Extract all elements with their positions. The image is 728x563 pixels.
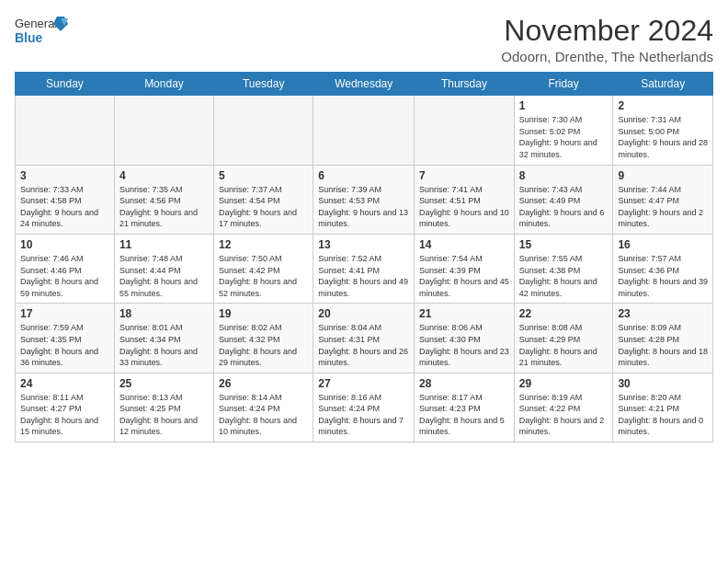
day-number: 21 xyxy=(419,307,509,320)
calendar-cell: 6Sunrise: 7:39 AMSunset: 4:53 PMDaylight… xyxy=(313,165,415,234)
day-number: 30 xyxy=(618,377,708,390)
day-number: 7 xyxy=(419,169,509,182)
calendar-week-1: 1Sunrise: 7:30 AMSunset: 5:02 PMDaylight… xyxy=(16,96,713,165)
calendar-week-5: 24Sunrise: 8:11 AMSunset: 4:27 PMDayligh… xyxy=(16,373,713,442)
day-info: Sunrise: 7:39 AMSunset: 4:53 PMDaylight:… xyxy=(318,184,409,230)
svg-text:Blue: Blue xyxy=(15,30,43,45)
weekday-header-thursday: Thursday xyxy=(415,73,515,96)
day-info: Sunrise: 8:04 AMSunset: 4:31 PMDaylight:… xyxy=(318,322,409,368)
calendar-cell: 19Sunrise: 8:02 AMSunset: 4:32 PMDayligh… xyxy=(214,304,313,373)
calendar-table: SundayMondayTuesdayWednesdayThursdayFrid… xyxy=(15,72,713,442)
calendar-cell: 27Sunrise: 8:16 AMSunset: 4:24 PMDayligh… xyxy=(313,373,415,442)
day-number: 18 xyxy=(119,307,209,320)
calendar-cell: 4Sunrise: 7:35 AMSunset: 4:56 PMDaylight… xyxy=(114,165,213,234)
calendar-cell: 1Sunrise: 7:30 AMSunset: 5:02 PMDaylight… xyxy=(514,96,613,165)
calendar-cell: 23Sunrise: 8:09 AMSunset: 4:28 PMDayligh… xyxy=(613,304,713,373)
calendar-week-3: 10Sunrise: 7:46 AMSunset: 4:46 PMDayligh… xyxy=(16,234,713,303)
day-info: Sunrise: 7:48 AMSunset: 4:44 PMDaylight:… xyxy=(119,253,209,299)
weekday-header-row: SundayMondayTuesdayWednesdayThursdayFrid… xyxy=(16,73,713,96)
calendar-cell: 13Sunrise: 7:52 AMSunset: 4:41 PMDayligh… xyxy=(313,234,415,303)
day-info: Sunrise: 8:16 AMSunset: 4:24 PMDaylight:… xyxy=(318,392,409,438)
calendar-week-2: 3Sunrise: 7:33 AMSunset: 4:58 PMDaylight… xyxy=(16,165,713,234)
calendar-cell xyxy=(214,96,313,165)
day-info: Sunrise: 7:54 AMSunset: 4:39 PMDaylight:… xyxy=(419,253,509,299)
calendar-cell: 2Sunrise: 7:31 AMSunset: 5:00 PMDaylight… xyxy=(613,96,713,165)
calendar-cell: 21Sunrise: 8:06 AMSunset: 4:30 PMDayligh… xyxy=(415,304,515,373)
day-number: 25 xyxy=(119,377,209,390)
weekday-header-tuesday: Tuesday xyxy=(214,73,313,96)
day-number: 4 xyxy=(119,169,209,182)
day-info: Sunrise: 8:20 AMSunset: 4:21 PMDaylight:… xyxy=(618,392,708,438)
day-info: Sunrise: 7:55 AMSunset: 4:38 PMDaylight:… xyxy=(519,253,609,299)
day-info: Sunrise: 8:09 AMSunset: 4:28 PMDaylight:… xyxy=(618,322,708,368)
day-number: 24 xyxy=(20,377,109,390)
day-info: Sunrise: 8:01 AMSunset: 4:34 PMDaylight:… xyxy=(119,322,209,368)
day-number: 28 xyxy=(419,377,509,390)
calendar-header: SundayMondayTuesdayWednesdayThursdayFrid… xyxy=(16,73,713,96)
day-number: 27 xyxy=(318,377,409,390)
calendar-cell: 22Sunrise: 8:08 AMSunset: 4:29 PMDayligh… xyxy=(514,304,613,373)
weekday-header-sunday: Sunday xyxy=(16,73,115,96)
calendar-cell: 9Sunrise: 7:44 AMSunset: 4:47 PMDaylight… xyxy=(613,165,713,234)
calendar-cell: 3Sunrise: 7:33 AMSunset: 4:58 PMDaylight… xyxy=(16,165,115,234)
calendar-cell: 29Sunrise: 8:19 AMSunset: 4:22 PMDayligh… xyxy=(514,373,613,442)
day-number: 3 xyxy=(20,169,109,182)
day-number: 9 xyxy=(618,169,708,182)
day-number: 26 xyxy=(219,377,308,390)
calendar-cell: 14Sunrise: 7:54 AMSunset: 4:39 PMDayligh… xyxy=(415,234,515,303)
calendar-cell: 7Sunrise: 7:41 AMSunset: 4:51 PMDaylight… xyxy=(415,165,515,234)
svg-text:General: General xyxy=(15,17,57,30)
day-number: 22 xyxy=(519,307,609,320)
day-info: Sunrise: 8:11 AMSunset: 4:27 PMDaylight:… xyxy=(20,392,109,438)
day-number: 19 xyxy=(219,307,308,320)
calendar-cell xyxy=(313,96,415,165)
calendar-cell: 20Sunrise: 8:04 AMSunset: 4:31 PMDayligh… xyxy=(313,304,415,373)
weekday-header-friday: Friday xyxy=(514,73,613,96)
day-number: 29 xyxy=(519,377,609,390)
page-container: GeneralBlue November 2024 Odoorn, Drenth… xyxy=(0,0,728,450)
day-info: Sunrise: 7:44 AMSunset: 4:47 PMDaylight:… xyxy=(618,184,708,230)
calendar-cell xyxy=(16,96,115,165)
day-info: Sunrise: 7:35 AMSunset: 4:56 PMDaylight:… xyxy=(119,184,209,230)
day-info: Sunrise: 8:13 AMSunset: 4:25 PMDaylight:… xyxy=(119,392,209,438)
day-info: Sunrise: 8:02 AMSunset: 4:32 PMDaylight:… xyxy=(219,322,308,368)
day-number: 11 xyxy=(119,238,209,251)
day-info: Sunrise: 8:17 AMSunset: 4:23 PMDaylight:… xyxy=(419,392,509,438)
calendar-cell: 12Sunrise: 7:50 AMSunset: 4:42 PMDayligh… xyxy=(214,234,313,303)
day-number: 10 xyxy=(20,238,109,251)
day-number: 17 xyxy=(20,307,109,320)
day-info: Sunrise: 7:50 AMSunset: 4:42 PMDaylight:… xyxy=(219,253,308,299)
day-info: Sunrise: 7:59 AMSunset: 4:35 PMDaylight:… xyxy=(20,322,109,368)
calendar-cell: 11Sunrise: 7:48 AMSunset: 4:44 PMDayligh… xyxy=(114,234,213,303)
day-number: 20 xyxy=(318,307,409,320)
weekday-header-monday: Monday xyxy=(114,73,213,96)
day-info: Sunrise: 8:06 AMSunset: 4:30 PMDaylight:… xyxy=(419,322,509,368)
month-title: November 2024 xyxy=(501,15,713,47)
calendar-cell: 16Sunrise: 7:57 AMSunset: 4:36 PMDayligh… xyxy=(613,234,713,303)
calendar-cell xyxy=(415,96,515,165)
calendar-cell xyxy=(114,96,213,165)
calendar-cell: 10Sunrise: 7:46 AMSunset: 4:46 PMDayligh… xyxy=(16,234,115,303)
day-number: 2 xyxy=(618,99,708,112)
day-info: Sunrise: 7:46 AMSunset: 4:46 PMDaylight:… xyxy=(20,253,109,299)
day-info: Sunrise: 7:30 AMSunset: 5:02 PMDaylight:… xyxy=(519,114,609,160)
day-number: 16 xyxy=(618,238,708,251)
day-info: Sunrise: 7:43 AMSunset: 4:49 PMDaylight:… xyxy=(519,184,609,230)
day-number: 13 xyxy=(318,238,409,251)
day-number: 15 xyxy=(519,238,609,251)
weekday-header-wednesday: Wednesday xyxy=(313,73,415,96)
calendar-cell: 24Sunrise: 8:11 AMSunset: 4:27 PMDayligh… xyxy=(16,373,115,442)
day-info: Sunrise: 7:31 AMSunset: 5:00 PMDaylight:… xyxy=(618,114,708,160)
title-block: November 2024 Odoorn, Drenthe, The Nethe… xyxy=(501,15,713,64)
calendar-cell: 8Sunrise: 7:43 AMSunset: 4:49 PMDaylight… xyxy=(514,165,613,234)
calendar-cell: 30Sunrise: 8:20 AMSunset: 4:21 PMDayligh… xyxy=(613,373,713,442)
day-number: 5 xyxy=(219,169,308,182)
calendar-cell: 18Sunrise: 8:01 AMSunset: 4:34 PMDayligh… xyxy=(114,304,213,373)
calendar-cell: 25Sunrise: 8:13 AMSunset: 4:25 PMDayligh… xyxy=(114,373,213,442)
day-number: 14 xyxy=(419,238,509,251)
day-number: 23 xyxy=(618,307,708,320)
day-info: Sunrise: 7:41 AMSunset: 4:51 PMDaylight:… xyxy=(419,184,509,230)
day-info: Sunrise: 8:19 AMSunset: 4:22 PMDaylight:… xyxy=(519,392,609,438)
calendar-cell: 26Sunrise: 8:14 AMSunset: 4:24 PMDayligh… xyxy=(214,373,313,442)
day-info: Sunrise: 7:57 AMSunset: 4:36 PMDaylight:… xyxy=(618,253,708,299)
